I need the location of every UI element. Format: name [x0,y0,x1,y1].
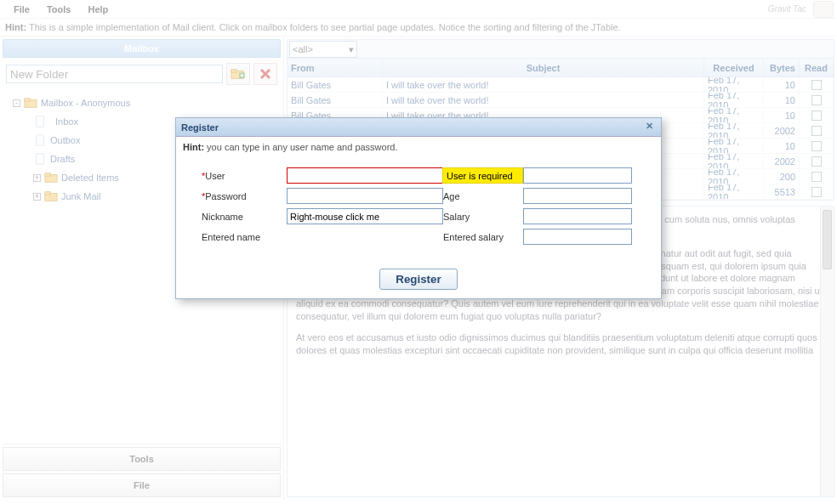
user-field[interactable] [287,167,443,184]
cell-read [800,184,834,199]
hint-text: This is a simple implementation of Mail … [29,22,621,32]
entered-salary-field[interactable] [523,229,632,245]
expander-icon[interactable]: + [33,174,41,182]
register-button[interactable]: Register [379,269,457,290]
mailbox-header: Mailbox [3,39,281,58]
cell-received: Feb 17, 2010 [704,139,764,153]
dialog-titlebar[interactable]: Register ✕ [176,118,661,137]
cell-from: Bill Gates [288,93,383,107]
tree-inbox-label: Inbox [50,115,83,128]
svg-rect-13 [45,173,50,177]
svg-rect-10 [37,135,44,145]
preview-text: At vero eos et accusamus et iusto odio d… [296,331,825,357]
cell-read [800,123,834,138]
lbl-entered-salary: Entered salary [443,232,523,242]
age-field[interactable] [523,188,632,204]
read-checkbox[interactable] [811,126,822,136]
cell-bytes: 10 [764,108,800,122]
cell-bytes: 10 [764,77,800,92]
expander-icon[interactable]: + [33,193,41,201]
read-checkbox[interactable] [811,156,822,167]
coffee-icon [813,1,834,18]
hint-bar: Hint: This is a simple implementation of… [0,19,837,37]
cell-bytes: 10 [764,93,800,107]
cell-bytes: 2002 [764,123,800,138]
user-error-badge: User is required [442,167,523,184]
tree-junk-label: Junk Mail [61,191,100,201]
table-row[interactable]: Bill GatesI will take over the world!Feb… [288,77,834,93]
delete-x-icon [259,67,272,81]
read-checkbox[interactable] [811,95,822,105]
menu-file[interactable]: File [5,3,38,16]
hint-label: Hint: [5,22,26,32]
menu-tools[interactable]: Tools [38,3,80,16]
folder-icon [44,190,58,202]
cell-read [800,139,834,153]
read-checkbox[interactable] [811,172,822,182]
folder-icon [44,172,58,184]
cell-received: Feb 17, 2010 [704,93,764,107]
tree-deleted-label: Deleted Items [61,173,119,183]
scrollbar[interactable] [820,207,834,496]
cell-received: Feb 17, 2010 [704,169,764,184]
menu-help[interactable]: Help [79,3,117,16]
tree-outbox-label: Outbox [50,135,80,145]
svg-rect-8 [25,99,30,102]
delete-folder-button[interactable] [253,63,277,85]
dialog-hint: Hint: you can type in any user name and … [183,142,654,152]
lbl-salary: Salary [443,212,523,222]
chevron-down-icon: ▾ [349,44,354,55]
table-header: From Subject Received Bytes Read [288,59,834,77]
file-icon [33,116,47,127]
add-folder-button[interactable] [226,63,250,85]
hdr-received[interactable]: Received [704,59,764,76]
read-checkbox[interactable] [811,110,822,121]
lbl-password: Password [202,191,287,201]
svg-rect-11 [37,154,44,164]
read-checkbox[interactable] [811,80,822,90]
password-field[interactable] [287,188,443,204]
tree-root[interactable]: - Mailbox - Anonymous [9,93,277,112]
read-checkbox[interactable] [811,187,822,197]
table-row[interactable]: Bill GatesI will take over the world!Feb… [288,93,834,108]
svg-rect-1 [231,70,236,73]
lbl-user: User [202,171,287,181]
file-icon [33,134,47,146]
folder-icon [24,97,37,109]
hdr-from[interactable]: From [288,59,383,76]
hdr-bytes[interactable]: Bytes [764,59,800,76]
nickname-field[interactable] [287,208,443,224]
cell-received: Feb 17, 2010 [704,184,764,199]
new-folder-input[interactable] [6,65,223,83]
cell-read [800,77,834,92]
salary-field[interactable] [523,208,632,224]
svg-rect-15 [45,192,50,195]
cell-from: Bill Gates [288,77,383,92]
svg-rect-9 [37,116,44,127]
register-dialog: Register ✕ Hint: you can type in any use… [175,117,662,299]
menubar: File Tools Help Gravit Tac [0,0,837,19]
cell-received: Feb 17, 2010 [704,154,764,168]
filter-select[interactable]: <all> ▾ [289,41,357,58]
hdr-subject[interactable]: Subject [383,59,704,76]
cell-bytes: 200 [764,169,800,184]
left-tools-button[interactable]: Tools [3,447,281,471]
lbl-entered-name: Entered name [202,232,287,242]
cell-bytes: 5513 [764,184,800,199]
close-icon[interactable]: ✕ [642,121,656,134]
cell-read [800,93,834,107]
cell-read [800,108,834,122]
right-field-1[interactable] [523,167,632,184]
cell-bytes: 10 [764,139,800,153]
file-icon [33,153,47,165]
left-file-button[interactable]: File [3,473,281,497]
scroll-thumb[interactable] [823,210,832,269]
cell-subject: I will take over the world! [383,93,704,107]
expander-icon[interactable]: - [13,99,20,107]
cell-read [800,169,834,184]
hdr-read[interactable]: Read [800,59,834,76]
cell-received: Feb 17, 2010 [704,123,764,138]
tree-root-label: Mailbox - Anonymous [41,98,130,108]
dialog-title: Register [181,122,219,133]
read-checkbox[interactable] [811,141,822,151]
